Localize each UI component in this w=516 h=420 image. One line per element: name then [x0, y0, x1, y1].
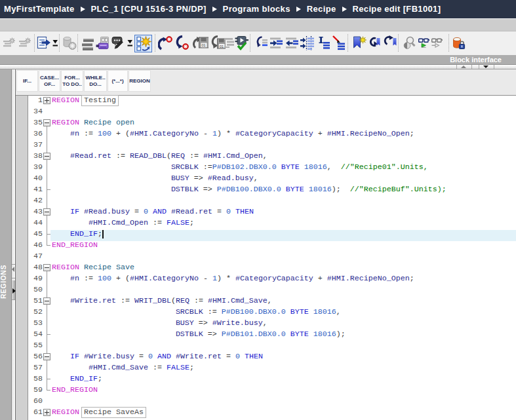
- svg-text:01: 01: [202, 43, 206, 47]
